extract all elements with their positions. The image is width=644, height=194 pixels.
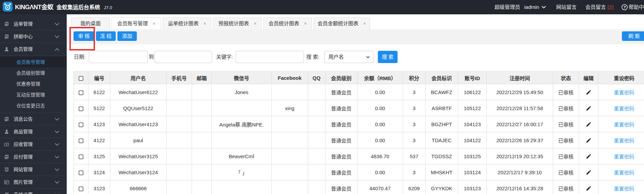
svg-text:?: ? [624,5,626,9]
